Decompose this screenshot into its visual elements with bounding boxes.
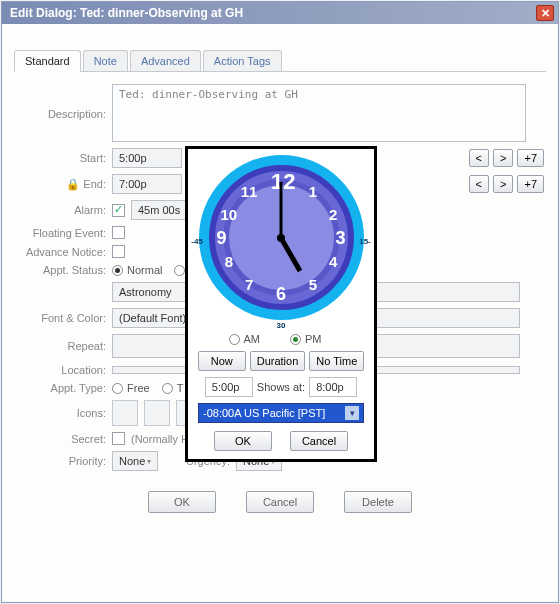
tabs: Standard Note Advanced Action Tags — [14, 50, 546, 72]
priority-select[interactable]: None▾ — [112, 451, 158, 471]
label-icons: Icons: — [16, 407, 112, 419]
tab-standard[interactable]: Standard — [14, 50, 81, 72]
clock-num-8: 8 — [219, 252, 239, 269]
popup-ok-button[interactable]: OK — [214, 431, 272, 451]
start-next-button[interactable]: > — [493, 149, 513, 167]
end-time-input[interactable] — [112, 174, 182, 194]
description-textarea[interactable]: Ted: dinner-Observing at GH — [112, 84, 526, 142]
end-next-button[interactable]: > — [493, 175, 513, 193]
end-plus7-button[interactable]: +7 — [517, 175, 544, 193]
minute-hand — [280, 182, 283, 238]
label-secret: Secret: — [16, 433, 112, 445]
outer-min-30: 30 — [271, 321, 291, 330]
popup-cancel-button[interactable]: Cancel — [290, 431, 348, 451]
start-time-input[interactable] — [112, 148, 182, 168]
duration-button[interactable]: Duration — [250, 351, 306, 371]
titlebar: Edit Dialog: Ted: dinner-Observing at GH… — [2, 2, 558, 24]
label-description: Description: — [16, 84, 112, 120]
popup-time-input[interactable] — [205, 377, 253, 397]
clock-num-1: 1 — [303, 183, 323, 200]
end-prev-button[interactable]: < — [469, 175, 489, 193]
label-end: 🔒 End: — [16, 178, 112, 190]
timezone-select[interactable]: -08:00A US Pacific [PST] ▾ — [198, 403, 364, 423]
clock-num-2: 2 — [323, 206, 343, 223]
type-t-radio[interactable]: T — [162, 382, 184, 394]
shows-at-label: Shows at: — [257, 381, 305, 393]
lock-icon: 🔒 — [67, 178, 79, 190]
tab-advanced[interactable]: Advanced — [130, 50, 201, 71]
shows-at-input[interactable] — [309, 377, 357, 397]
label-floating: Floating Event: — [16, 227, 112, 239]
close-icon[interactable]: ✕ — [536, 5, 554, 21]
label-alarm: Alarm: — [16, 204, 112, 216]
delete-button[interactable]: Delete — [344, 491, 412, 513]
window-title: Edit Dialog: Ted: dinner-Observing at GH — [10, 6, 243, 20]
clock-num-7: 7 — [239, 275, 259, 292]
clock-num-4: 4 — [323, 252, 343, 269]
label-repeat: Repeat: — [16, 340, 112, 352]
no-time-button[interactable]: No Time — [309, 351, 364, 371]
clock-face[interactable]: 12 1 2 3 4 5 6 7 8 9 10 11 — [199, 155, 364, 320]
start-prev-button[interactable]: < — [469, 149, 489, 167]
status-normal-radio[interactable]: Normal — [112, 264, 162, 276]
clock-num-10: 10 — [219, 206, 239, 223]
chevron-down-icon: ▾ — [147, 457, 151, 466]
start-stepper: < > +7 — [469, 149, 544, 167]
label-priority: Priority: — [16, 455, 112, 467]
clock-center — [277, 234, 285, 242]
clock-num-3: 3 — [330, 227, 350, 248]
alarm-checkbox[interactable]: ✓ — [112, 204, 125, 217]
clock-num-9: 9 — [212, 227, 232, 248]
clock-num-5: 5 — [303, 275, 323, 292]
icon-slot-1[interactable] — [112, 400, 138, 426]
label-location: Location: — [16, 364, 112, 376]
clock-num-11: 11 — [239, 183, 259, 200]
now-button[interactable]: Now — [198, 351, 246, 371]
label-status: Appt. Status: — [16, 264, 112, 276]
icon-slot-2[interactable] — [144, 400, 170, 426]
chevron-down-icon: ▾ — [345, 406, 359, 420]
outer-min-45: -45 — [187, 237, 207, 246]
status-other-radio[interactable] — [174, 265, 185, 276]
start-plus7-button[interactable]: +7 — [517, 149, 544, 167]
tab-note[interactable]: Note — [83, 50, 128, 71]
am-radio[interactable]: AM — [229, 333, 261, 345]
ok-button[interactable]: OK — [148, 491, 216, 513]
alarm-value-input[interactable] — [131, 200, 187, 220]
label-fontcolor: Font & Color: — [16, 312, 112, 324]
advance-checkbox[interactable] — [112, 245, 125, 258]
floating-checkbox[interactable] — [112, 226, 125, 239]
cancel-button[interactable]: Cancel — [246, 491, 314, 513]
secret-checkbox[interactable] — [112, 432, 125, 445]
clock-num-6: 6 — [271, 284, 291, 305]
label-start: Start: — [16, 152, 112, 164]
type-free-radio[interactable]: Free — [112, 382, 150, 394]
label-advance: Advance Notice: — [16, 246, 112, 258]
pm-radio[interactable]: PM — [290, 333, 322, 345]
label-type: Appt. Type: — [16, 382, 112, 394]
tab-action-tags[interactable]: Action Tags — [203, 50, 282, 71]
outer-min-15: 15- — [355, 237, 375, 246]
time-picker-popup: 12 1 2 3 4 5 6 7 8 9 10 11 30 -45 15- AM — [185, 146, 377, 462]
end-stepper: < > +7 — [469, 175, 544, 193]
